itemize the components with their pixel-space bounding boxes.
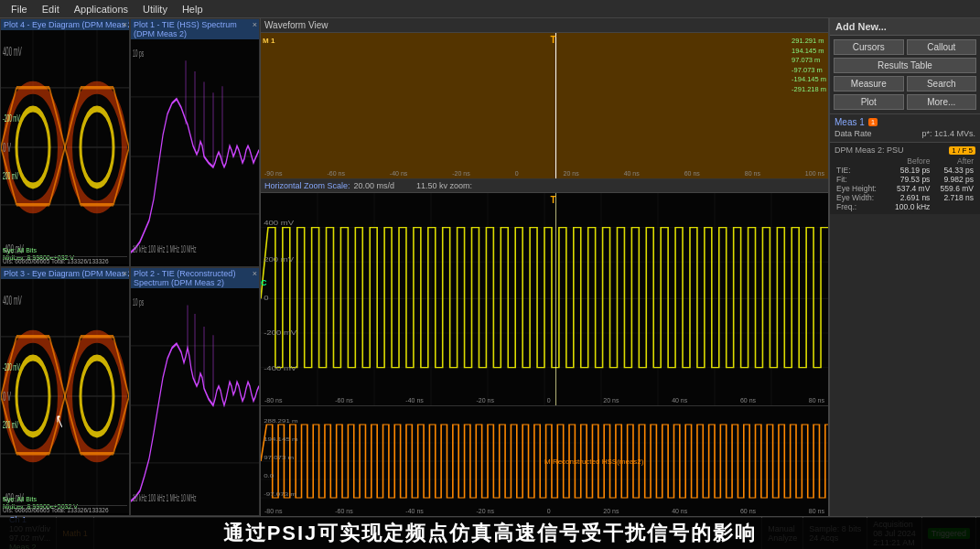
meas1-data-rate-row: Data Rate p*: 1c1.4 MVs. xyxy=(835,129,975,138)
menu-applications[interactable]: Applications xyxy=(67,4,135,15)
plot4-close[interactable]: × xyxy=(123,20,127,29)
statusbar: Ch 1 100 mV/div 97.02 mV... Meas 2 Math … xyxy=(0,516,980,549)
plot4-diagram: 400 mV 0 V -400 mV 200 mV -200 mV Eye: A… xyxy=(1,30,129,264)
dpm-cell-after-0: 54.33 ps xyxy=(932,166,975,175)
plot-button[interactable]: Plot xyxy=(834,94,904,110)
zoom-label: Horizontal Zoom Scale: xyxy=(264,181,350,190)
waveform-titlebar: Waveform View xyxy=(261,18,828,33)
plot4-svg: 400 mV 0 V -400 mV 200 mV -200 mV xyxy=(1,30,129,264)
svg-text:-200 mV: -200 mV xyxy=(3,113,20,124)
menu-help[interactable]: Help xyxy=(175,4,210,15)
dpm-row-4: Freq.:100.0 kHz xyxy=(835,202,975,211)
plot3-title: Plot 3 - Eye Diagram (DPM Meas 2 - Outpu… xyxy=(1,268,129,279)
plot1-content: 10 ps 10 kHz 100 kHz 1 MHz 10 MHz xyxy=(131,39,259,267)
menu-file[interactable]: File xyxy=(4,4,35,15)
cursor-line-vertical xyxy=(555,33,556,178)
meas1-badge: 1 xyxy=(868,118,878,126)
plot3-eye-label: Eye: All Bits xyxy=(3,496,37,502)
main-area: Plot 4 - Eye Diagram (DPM Meas 2 - Input… xyxy=(0,18,980,516)
svg-text:97.073 m: 97.073 m xyxy=(264,455,295,459)
plot2-title: Plot 2 - TIE (Reconstructed) Spectrum (D… xyxy=(131,268,259,288)
svg-text:0 V: 0 V xyxy=(3,140,11,155)
svg-text:194.145 m: 194.145 m xyxy=(264,436,298,441)
dpm-cell-before-2: 537.4 mV xyxy=(887,184,932,193)
cursor-c: C xyxy=(261,278,267,287)
dpm-cell-after-3: 2.718 ns xyxy=(932,193,975,202)
measure-button[interactable]: Measure xyxy=(834,76,904,92)
dpm-title: DPM Meas 2: PSU xyxy=(835,145,904,155)
svg-text:10 kHz 100 kHz 1 MHz 10 MHz: 10 kHz 100 kHz 1 MHz 10 MHz xyxy=(133,242,197,254)
sidebar-buttons: Cursors Callout Results Table Measure Se… xyxy=(830,36,980,113)
menubar: File Edit Applications Utility Help xyxy=(0,0,980,18)
dpm-cell-after-2: 559.6 mV xyxy=(932,184,975,193)
plot1-close[interactable]: × xyxy=(253,20,257,29)
more-button[interactable]: More... xyxy=(907,94,977,110)
svg-text:10 ps: 10 ps xyxy=(133,296,145,307)
plot3-diagram: ↖ 400 mV 0 V -400 mV 200 mV -200 mV Eye:… xyxy=(1,279,129,513)
plot2-content: 10 ps 10 kHz 100 kHz 1 MHz 10 MHz xyxy=(131,288,259,516)
dpm-cell-before-0: 58.19 ps xyxy=(887,166,932,175)
menu-edit[interactable]: Edit xyxy=(35,4,67,15)
waveform-view: Waveform View T 291.291 m 194.145 m 97.0… xyxy=(261,18,829,516)
meas1-data-rate-label: Data Rate xyxy=(835,129,872,138)
dpm-col-before: Before xyxy=(887,156,932,166)
reconstructed-label: M Reconstructed HSS(meas2) xyxy=(544,458,643,466)
status-banner: 通过PSIJ可实现定频点仿真高速信号受干扰信号的影响 xyxy=(94,517,762,549)
meas1-title: Meas 1 1 xyxy=(835,117,975,127)
waveform-title: Waveform View xyxy=(264,20,328,30)
meas1-data-rate-value: p*: 1c1.4 MVs. xyxy=(921,129,975,138)
svg-text:10 ps: 10 ps xyxy=(133,47,145,59)
results-table-button[interactable]: Results Table xyxy=(834,58,976,73)
dpm-cell-before-1: 79.53 ps xyxy=(887,175,932,184)
svg-text:200 mV: 200 mV xyxy=(3,419,18,431)
time-axis-bot: -80 ns-60 ns-40 ns-20 ns020 ns40 ns60 ns… xyxy=(261,508,828,514)
left-plots: Plot 4 - Eye Diagram (DPM Meas 2 - Input… xyxy=(0,18,261,516)
plot3-uis: UIs: 66665/66665 Total: 133326/133326 xyxy=(3,505,127,513)
right-sidebar: Add New... Cursors Callout Results Table… xyxy=(829,18,980,516)
dpm-cell-before-4: 100.0 kHz xyxy=(887,202,932,211)
time-axis-mid: -80 ns-60 ns-40 ns-20 ns020 ns40 ns60 ns… xyxy=(261,397,828,404)
cursors-button[interactable]: Cursors xyxy=(834,39,904,55)
svg-text:200 mV: 200 mV xyxy=(3,170,18,182)
dpm-title-bar: DPM Meas 2: PSU 1 / F 5 xyxy=(835,145,975,155)
zoom-value: 20.00 ms/d xyxy=(354,181,395,190)
plot2-close[interactable]: × xyxy=(253,269,257,278)
plot3-close[interactable]: × xyxy=(123,269,127,278)
dpm-row-0: TIE:58.19 ps54.33 ps xyxy=(835,166,975,175)
plot4-eye-label: Eye: All Bits xyxy=(3,247,37,253)
dpm-cell-name-4: Freq.: xyxy=(835,202,887,211)
svg-text:400 mV: 400 mV xyxy=(264,219,294,227)
waveform-top-section: T 291.291 m 194.145 m 97.073 m -97.073 m… xyxy=(261,33,828,179)
dpm-col-name xyxy=(835,156,887,166)
svg-text:-200 mV: -200 mV xyxy=(264,328,296,337)
dpm-cell-name-2: Eye Height: xyxy=(835,184,887,193)
waveform-readouts: 291.291 m 194.145 m 97.073 m -97.073 m -… xyxy=(792,37,826,94)
dpm-row-3: Eye Width:2.691 ns2.718 ns xyxy=(835,193,975,202)
dpm-cell-name-1: Fit: xyxy=(835,175,887,184)
dpm-cell-after-1: 9.982 ps xyxy=(932,175,975,184)
svg-text:400 mV: 400 mV xyxy=(3,293,22,307)
chinese-banner: 通过PSIJ可实现定频点仿真高速信号受干扰信号的影响 xyxy=(0,518,980,549)
plot4-title: Plot 4 - Eye Diagram (DPM Meas 2 - Input… xyxy=(1,19,129,30)
svg-text:0.0: 0.0 xyxy=(264,473,274,478)
svg-text:0: 0 xyxy=(264,294,269,302)
orange-envelope xyxy=(261,33,828,178)
svg-text:10 kHz 100 kHz 1 MHz 10 MHz: 10 kHz 100 kHz 1 MHz 10 MHz xyxy=(133,491,197,503)
plot1-svg: 10 ps 10 kHz 100 kHz 1 MHz 10 MHz xyxy=(131,39,259,267)
plot4-panel: Plot 4 - Eye Diagram (DPM Meas 2 - Input… xyxy=(0,18,130,267)
plot3-svg: ↖ 400 mV 0 V -400 mV 200 mV -200 mV xyxy=(1,279,129,513)
svg-text:200 mV: 200 mV xyxy=(264,255,294,264)
plot2-panel: Plot 2 - TIE (Reconstructed) Spectrum (D… xyxy=(130,267,260,516)
dpm-cell-name-3: Eye Width: xyxy=(835,193,887,202)
svg-text:-200 mV: -200 mV xyxy=(3,361,20,373)
menu-utility[interactable]: Utility xyxy=(135,4,175,15)
dpm-cell-after-4 xyxy=(932,202,975,211)
dpm-badge: 1 / F 5 xyxy=(949,146,975,155)
plot3-panel: Plot 3 - Eye Diagram (DPM Meas 2 - Outpu… xyxy=(0,267,130,516)
svg-text:288.291 m: 288.291 m xyxy=(264,418,298,423)
cursor-marker-t: T xyxy=(550,35,555,45)
search-button[interactable]: Search xyxy=(907,76,977,92)
callout-button[interactable]: Callout xyxy=(907,39,977,55)
zoom-toolbar: Horizontal Zoom Scale: 20.00 ms/d 11.50 … xyxy=(261,179,828,193)
waveform-bot-section: 288.291 m 194.145 m 97.073 m 0.0 -97.073… xyxy=(261,406,828,516)
